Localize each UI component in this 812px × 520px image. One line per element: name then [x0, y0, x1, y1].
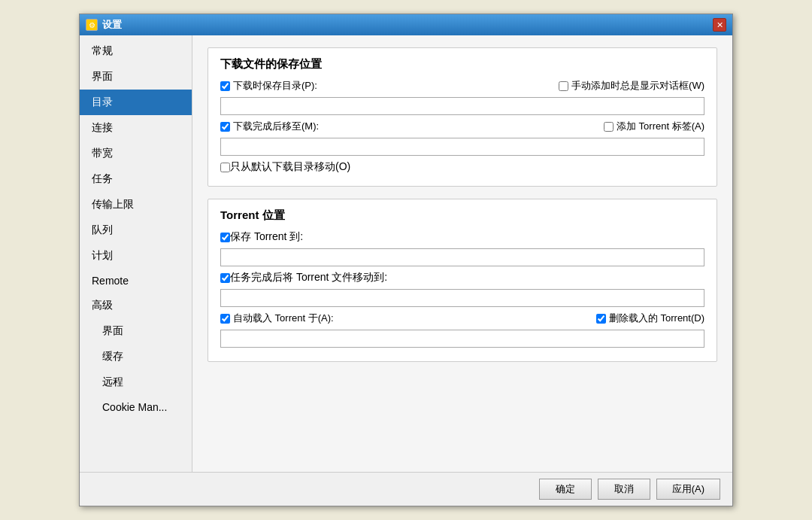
sidebar-item-advanced-remote[interactable]: 远程	[80, 369, 192, 395]
save-dir-checkbox[interactable]	[220, 81, 230, 91]
save-dir-label[interactable]: 下载时保存目录(P):	[220, 79, 459, 93]
show-dialog-label[interactable]: 手动添加时总是显示对话框(W)	[465, 79, 704, 93]
save-dir-row: 下载时保存目录(P): 手动添加时总是显示对话框(W)	[220, 79, 704, 93]
sidebar-item-task[interactable]: 任务	[80, 166, 192, 192]
app-icon: ⚙	[86, 19, 98, 31]
show-dialog-checkbox[interactable]	[559, 81, 568, 91]
dialog-title: 设置	[102, 18, 122, 32]
sidebar-item-remote[interactable]: Remote	[80, 269, 192, 293]
dialog-body: 常规 界面 目录 连接 带宽 任务 传输上限 队列 计划 Remote 高级 界…	[80, 35, 732, 472]
auto-load-row: 自动载入 Torrent 于(A): 删除载入的 Torrent(D)	[220, 312, 704, 325]
auto-load-label[interactable]: 自动载入 Torrent 于(A):	[220, 312, 459, 325]
auto-load-input[interactable]: D:\BT 种子	[220, 330, 704, 348]
torrent-location-section: Torrent 位置 保存 Torrent 到: D:\BT 种子\dot_To…	[208, 199, 717, 362]
move-completed-input[interactable]: D:\Downloaded	[220, 138, 704, 156]
content-area: 下载文件的保存位置 下载时保存目录(P): 手动添加时总是显示对话框(W) D:…	[192, 35, 732, 472]
sidebar-item-general[interactable]: 常规	[80, 38, 192, 64]
confirm-button[interactable]: 确定	[539, 479, 592, 500]
sidebar-item-advanced-cookie[interactable]: Cookie Man...	[80, 395, 192, 419]
sidebar: 常规 界面 目录 连接 带宽 任务 传输上限 队列 计划 Remote 高级 界…	[80, 35, 192, 472]
download-location-title: 下载文件的保存位置	[220, 57, 704, 71]
apply-button[interactable]: 应用(A)	[656, 479, 720, 500]
save-torrent-input[interactable]: D:\BT 种子\dot_Torrents	[220, 248, 704, 266]
save-dir-input[interactable]: D:\Downloading	[220, 97, 704, 115]
move-completed-label[interactable]: 下载完成后移至(M):	[220, 120, 459, 133]
sidebar-item-transfer-limit[interactable]: 传输上限	[80, 192, 192, 217]
sidebar-item-ui[interactable]: 界面	[80, 64, 192, 90]
delete-loaded-checkbox[interactable]	[596, 314, 606, 324]
download-location-section: 下载文件的保存位置 下载时保存目录(P): 手动添加时总是显示对话框(W) D:…	[208, 47, 717, 187]
title-bar-left: ⚙ 设置	[86, 18, 122, 32]
torrent-location-title: Torrent 位置	[220, 208, 704, 223]
add-torrent-tag-checkbox[interactable]	[604, 122, 614, 132]
sidebar-item-schedule[interactable]: 计划	[80, 243, 192, 269]
settings-dialog: ⚙ 设置 ✕ 常规 界面 目录 连接 带宽 任务 传输上限 队列 计划 Remo…	[79, 14, 733, 506]
move-after-label[interactable]: 任务完成后将 Torrent 文件移动到:	[220, 271, 704, 284]
sidebar-item-bandwidth[interactable]: 带宽	[80, 141, 192, 166]
only-from-default-label[interactable]: 只从默认下载目录移动(O)	[220, 160, 704, 174]
move-after-checkbox[interactable]	[220, 273, 230, 283]
move-completed-row: 下载完成后移至(M): 添加 Torrent 标签(A)	[220, 120, 704, 133]
close-button[interactable]: ✕	[713, 18, 726, 32]
sidebar-item-directory[interactable]: 目录	[80, 90, 192, 115]
auto-load-checkbox[interactable]	[220, 314, 230, 324]
sidebar-item-advanced[interactable]: 高级	[80, 293, 192, 318]
delete-loaded-label[interactable]: 删除载入的 Torrent(D)	[465, 312, 704, 325]
move-after-input[interactable]: D:\BT 种子\Used	[220, 289, 704, 307]
sidebar-item-connection[interactable]: 连接	[80, 115, 192, 141]
sidebar-item-queue[interactable]: 队列	[80, 217, 192, 243]
save-torrent-label[interactable]: 保存 Torrent 到:	[220, 230, 704, 244]
add-torrent-tag-label[interactable]: 添加 Torrent 标签(A)	[465, 120, 704, 133]
dialog-footer: 确定 取消 应用(A)	[80, 472, 732, 506]
move-completed-checkbox[interactable]	[220, 122, 230, 132]
sidebar-item-advanced-ui[interactable]: 界面	[80, 318, 192, 344]
cancel-button[interactable]: 取消	[598, 479, 650, 500]
sidebar-item-advanced-cache[interactable]: 缓存	[80, 344, 192, 369]
only-from-default-checkbox[interactable]	[220, 163, 230, 172]
title-bar: ⚙ 设置 ✕	[80, 14, 732, 35]
save-torrent-checkbox[interactable]	[220, 233, 230, 242]
